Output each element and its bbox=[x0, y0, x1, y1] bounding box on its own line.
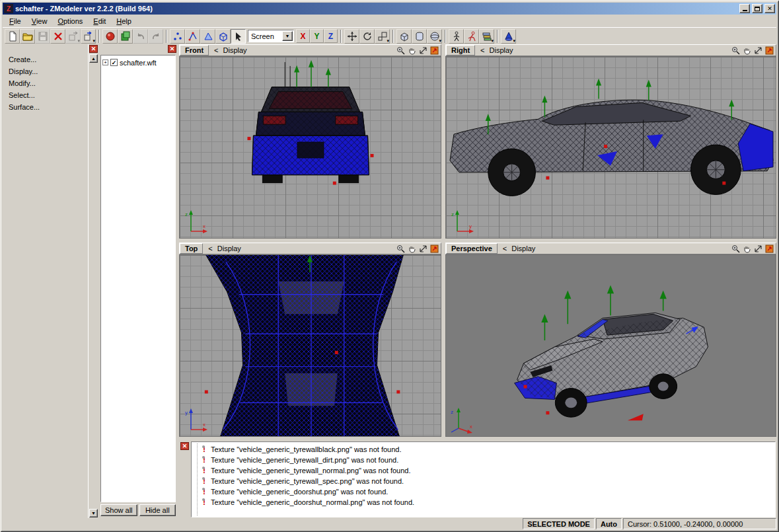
viewport-menu-icon[interactable] bbox=[429, 244, 439, 253]
menu-options[interactable]: Options bbox=[52, 16, 88, 26]
status-mode-indicator: SELECTED MODE bbox=[523, 518, 595, 529]
visibility-checkbox[interactable]: ✓ bbox=[110, 59, 118, 66]
viewport-right-display-button[interactable]: < Display bbox=[475, 46, 519, 54]
command-panel-close-button[interactable]: ✕ bbox=[89, 45, 98, 53]
viewport-top-display-button[interactable]: < Display bbox=[203, 245, 246, 252]
layers-tool-button[interactable]: ▾ bbox=[479, 29, 494, 44]
car-wireframe-rear-view bbox=[180, 57, 441, 238]
svg-text:z: z bbox=[451, 211, 454, 217]
zoom-icon[interactable] bbox=[396, 244, 406, 253]
app-icon[interactable]: Z bbox=[4, 4, 13, 13]
command-display[interactable]: Display... bbox=[3, 65, 88, 77]
maximize-viewport-icon[interactable] bbox=[418, 244, 428, 253]
viewport-menu-icon[interactable] bbox=[764, 46, 774, 55]
scroll-up-icon[interactable]: ▲ bbox=[89, 54, 98, 63]
pan-hand-icon[interactable] bbox=[407, 244, 417, 253]
pan-hand-icon[interactable] bbox=[407, 46, 417, 55]
hide-all-button[interactable]: Hide all bbox=[139, 504, 176, 516]
light-tool-button[interactable]: ▾ bbox=[501, 29, 516, 44]
viewport-front-name-tab[interactable]: Front bbox=[180, 45, 209, 56]
open-button[interactable] bbox=[20, 29, 35, 44]
export-button[interactable]: ▾ bbox=[81, 29, 96, 44]
log-row: !Texture "vehicle_generic_tyrewall_spec.… bbox=[192, 476, 772, 486]
vertices-mode-button[interactable] bbox=[170, 29, 185, 44]
command-panel-scrollbar[interactable]: ✕ ▲ ▼ bbox=[88, 44, 98, 518]
show-all-button[interactable]: Show all bbox=[100, 504, 137, 516]
menu-help[interactable]: Help bbox=[111, 16, 137, 26]
display-menu-label: Display bbox=[511, 245, 535, 252]
command-modify[interactable]: Modify... bbox=[3, 77, 88, 89]
tree-expander-icon[interactable]: + bbox=[102, 59, 108, 65]
select-tool-button[interactable] bbox=[231, 29, 246, 44]
create-box-button[interactable] bbox=[396, 29, 412, 44]
layers-tool-icon bbox=[482, 31, 492, 42]
command-select[interactable]: Select... bbox=[3, 89, 88, 101]
menu-file[interactable]: File bbox=[4, 16, 26, 26]
auto-toggle[interactable]: Auto bbox=[596, 518, 622, 529]
delete-button[interactable] bbox=[50, 29, 65, 44]
texture-bank-button[interactable] bbox=[118, 29, 133, 44]
viewport-menu-icon[interactable] bbox=[429, 46, 439, 55]
new-file-button[interactable] bbox=[5, 29, 20, 44]
maximize-button[interactable] bbox=[752, 4, 762, 13]
screen-mode-combobox[interactable]: Screen ▼ bbox=[248, 30, 294, 42]
skeleton-tool-button[interactable] bbox=[449, 29, 464, 44]
log-close-button[interactable]: ✕ bbox=[180, 442, 189, 450]
toolbar-separator bbox=[98, 30, 100, 43]
menu-view[interactable]: View bbox=[26, 16, 53, 26]
log-message: Texture "vehicle_generic_tyrewallblack.p… bbox=[211, 445, 401, 453]
viewport-top-canvas[interactable]: x y bbox=[179, 254, 441, 437]
pan-hand-icon[interactable] bbox=[742, 244, 752, 253]
log-list[interactable]: !Texture "vehicle_generic_tyrewallblack.… bbox=[191, 441, 776, 517]
axis-z-button[interactable]: Z bbox=[324, 29, 338, 43]
save-button[interactable] bbox=[35, 29, 50, 44]
viewport-front-canvas[interactable]: x z bbox=[179, 56, 441, 239]
object-browser-close-button[interactable]: ✕ bbox=[168, 45, 176, 53]
zoom-icon[interactable] bbox=[396, 46, 406, 55]
objects-mode-button[interactable] bbox=[215, 29, 231, 44]
zoom-icon[interactable] bbox=[731, 244, 741, 253]
scroll-down-icon[interactable]: ▼ bbox=[89, 509, 98, 517]
axis-x-button[interactable]: X bbox=[296, 29, 310, 43]
polygons-mode-button[interactable] bbox=[200, 29, 215, 44]
command-create[interactable]: Create... bbox=[3, 54, 88, 65]
minimize-button[interactable] bbox=[739, 4, 750, 13]
zoom-icon[interactable] bbox=[731, 46, 741, 55]
move-tool-button[interactable] bbox=[344, 29, 359, 44]
create-cylinder-button[interactable] bbox=[412, 29, 427, 44]
redo-button[interactable] bbox=[148, 29, 163, 44]
combobox-arrow-icon[interactable]: ▼ bbox=[282, 31, 293, 41]
import-button[interactable]: ▾ bbox=[65, 29, 81, 44]
viewport-perspective-canvas[interactable]: z x bbox=[445, 254, 776, 437]
axis-y-button[interactable]: Y bbox=[310, 29, 324, 43]
menu-edit[interactable]: Edit bbox=[88, 16, 111, 26]
maximize-viewport-icon[interactable] bbox=[753, 244, 763, 253]
material-editor-button[interactable] bbox=[102, 29, 118, 44]
viewport-top-name-tab[interactable]: Top bbox=[180, 243, 203, 254]
select-tool-icon bbox=[233, 31, 244, 42]
pan-hand-icon[interactable] bbox=[742, 46, 752, 55]
viewport-perspective-display-button[interactable]: < Display bbox=[498, 245, 541, 252]
viewport-right: Right < Display bbox=[445, 44, 776, 239]
maximize-viewport-icon[interactable] bbox=[418, 46, 428, 55]
maximize-viewport-icon[interactable] bbox=[753, 46, 763, 55]
scale-tool-button[interactable]: ▾ bbox=[375, 29, 390, 44]
warning-icon: ! bbox=[202, 445, 207, 454]
animation-tool-icon bbox=[466, 31, 477, 42]
edges-mode-button[interactable] bbox=[185, 29, 200, 44]
viewport-perspective: Perspective < Display bbox=[445, 243, 776, 437]
create-sphere-button[interactable]: ▾ bbox=[427, 29, 442, 44]
viewport-right-name-tab[interactable]: Right bbox=[446, 45, 475, 56]
svg-text:z: z bbox=[451, 409, 453, 415]
animation-tool-button[interactable] bbox=[464, 29, 479, 44]
object-tree[interactable]: + ✓ schafter.wft bbox=[100, 55, 176, 502]
viewport-front-display-button[interactable]: < Display bbox=[209, 46, 252, 54]
command-surface[interactable]: Surface... bbox=[3, 101, 88, 113]
viewport-right-canvas[interactable]: y z bbox=[445, 56, 776, 239]
viewport-menu-icon[interactable] bbox=[764, 244, 774, 253]
tree-item-schafter[interactable]: + ✓ schafter.wft bbox=[102, 57, 174, 67]
undo-button[interactable] bbox=[133, 29, 148, 44]
rotate-tool-button[interactable] bbox=[359, 29, 375, 44]
close-button[interactable]: ✕ bbox=[764, 4, 775, 13]
viewport-perspective-name-tab[interactable]: Perspective bbox=[446, 243, 498, 254]
